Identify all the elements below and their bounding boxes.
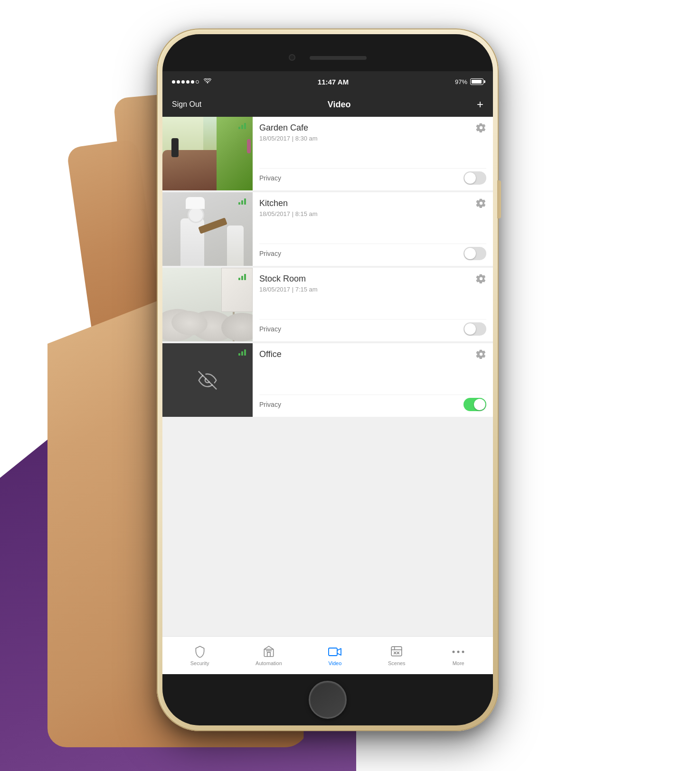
tab-more-label: More — [453, 660, 464, 666]
camera-item-office: Office Privacy — [162, 343, 493, 417]
home-button[interactable] — [309, 681, 347, 719]
sign-out-button[interactable]: Sign Out — [172, 100, 201, 109]
privacy-toggle-kitchen[interactable] — [464, 247, 486, 260]
camera-date-kitchen: 18/05/2017 | 8:15 am — [259, 210, 486, 217]
add-camera-button[interactable]: + — [477, 99, 483, 110]
sig-bar-3 — [244, 123, 246, 129]
sig-bar-10 — [238, 353, 240, 356]
signal-dot-1 — [172, 80, 175, 84]
sig-bar-7 — [238, 278, 240, 280]
tab-security-label: Security — [190, 660, 209, 666]
battery-fill — [472, 80, 482, 84]
camera-header-office: Office — [259, 349, 486, 359]
tab-video-label: Video — [328, 660, 341, 666]
nav-bar: Sign Out Video + — [162, 92, 493, 117]
svg-point-16 — [462, 650, 464, 653]
sig-bar-6 — [244, 198, 246, 205]
privacy-toggle-office[interactable] — [464, 398, 486, 411]
signal-indicator-2 — [238, 196, 249, 205]
svg-point-15 — [457, 650, 460, 653]
signal-indicator-4 — [238, 347, 249, 356]
settings-icon-garden[interactable] — [476, 122, 486, 133]
video-icon — [328, 645, 341, 658]
signal-dot-4 — [186, 80, 189, 84]
toggle-knob-stock — [464, 323, 476, 335]
sig-bar-12 — [244, 349, 246, 356]
front-camera — [289, 54, 295, 61]
signal-dot-5 — [191, 80, 194, 84]
tab-automation-label: Automation — [255, 660, 282, 666]
toggle-knob-kitchen — [464, 248, 476, 259]
privacy-label-garden: Privacy — [259, 174, 281, 182]
privacy-row-stock: Privacy — [259, 319, 486, 336]
battery-bar — [470, 78, 483, 85]
signal-indicator-1 — [238, 121, 249, 129]
tab-scenes-label: Scenes — [388, 660, 406, 666]
camera-thumb-office[interactable] — [162, 343, 253, 417]
sig-bar-8 — [241, 276, 243, 280]
phone-body: 11:47 AM 97% Sign Out — [157, 28, 499, 731]
svg-point-14 — [453, 650, 455, 653]
sig-bar-11 — [241, 351, 243, 356]
camera-item-garden-cafe: Garden Cafe 18/05/2017 | 8:30 am Privacy — [162, 117, 493, 190]
camera-info-garden-cafe: Garden Cafe 18/05/2017 | 8:30 am Privacy — [253, 117, 493, 190]
chef-body — [180, 218, 204, 266]
privacy-label-stock: Privacy — [259, 325, 281, 333]
phone: 11:47 AM 97% Sign Out — [157, 28, 499, 731]
tab-automation[interactable]: Automation — [250, 641, 288, 670]
settings-icon-stock[interactable] — [476, 273, 486, 284]
battery-icon — [470, 78, 483, 85]
phone-bottom-bezel — [162, 674, 493, 725]
settings-icon-kitchen[interactable] — [476, 198, 486, 208]
chef2-body — [227, 226, 244, 266]
status-time: 11:47 AM — [318, 78, 349, 86]
screen-content: 11:47 AM 97% Sign Out — [162, 71, 493, 674]
camera-info-office: Office Privacy — [253, 343, 493, 417]
camera-header-kitchen: Kitchen — [259, 198, 486, 208]
status-right: 97% — [455, 78, 483, 85]
status-bar: 11:47 AM 97% — [162, 71, 493, 92]
camera-list: Garden Cafe 18/05/2017 | 8:30 am Privacy — [162, 117, 493, 636]
tab-scenes[interactable]: Scenes — [382, 641, 411, 670]
camera-item-stock-room: Stock Room 18/05/2017 | 7:15 am Privacy — [162, 268, 493, 341]
tab-more[interactable]: More — [446, 641, 471, 670]
camera-date-garden: 18/05/2017 | 8:30 am — [259, 135, 486, 142]
speaker — [310, 56, 367, 60]
sig-bar-5 — [241, 200, 243, 205]
spacer-garden — [259, 146, 486, 168]
phone-screen: 11:47 AM 97% Sign Out — [162, 71, 493, 674]
privacy-toggle-garden[interactable] — [464, 171, 486, 185]
spacer-stock — [259, 297, 486, 319]
svg-rect-1 — [264, 649, 273, 656]
tab-security[interactable]: Security — [185, 641, 215, 670]
camera-thumb-kitchen[interactable] — [162, 192, 253, 266]
scenes-icon — [390, 645, 403, 658]
signal-indicator-3 — [238, 272, 249, 280]
side-button[interactable] — [497, 180, 501, 218]
toggle-knob-garden — [464, 172, 476, 184]
privacy-hidden-icon — [196, 371, 219, 390]
svg-rect-6 — [329, 648, 337, 656]
sig-bar-1 — [238, 127, 240, 129]
sig-bar-4 — [238, 202, 240, 205]
camera-thumb-garden-cafe[interactable] — [162, 117, 253, 190]
privacy-row-kitchen: Privacy — [259, 244, 486, 260]
settings-icon-office[interactable] — [476, 349, 486, 359]
tab-video[interactable]: Video — [322, 641, 347, 670]
page-title: Video — [328, 100, 351, 110]
person-figure — [171, 138, 179, 157]
camera-date-stock: 18/05/2017 | 7:15 am — [259, 286, 486, 293]
camera-info-kitchen: Kitchen 18/05/2017 | 8:15 am Privacy — [253, 192, 493, 266]
more-icon — [452, 645, 465, 658]
signal-bars — [172, 80, 199, 84]
home-icon — [262, 645, 275, 658]
privacy-toggle-stock[interactable] — [464, 322, 486, 336]
camera-thumb-stock-room[interactable] — [162, 268, 253, 341]
scene: 11:47 AM 97% Sign Out — [0, 0, 700, 771]
sig-bar-2 — [241, 125, 243, 129]
signal-dot-3 — [181, 80, 185, 84]
camera-info-stock-room: Stock Room 18/05/2017 | 7:15 am Privacy — [253, 268, 493, 341]
status-left — [172, 78, 211, 85]
tab-bar: Security — [162, 636, 493, 674]
camera-name-office: Office — [259, 349, 282, 359]
